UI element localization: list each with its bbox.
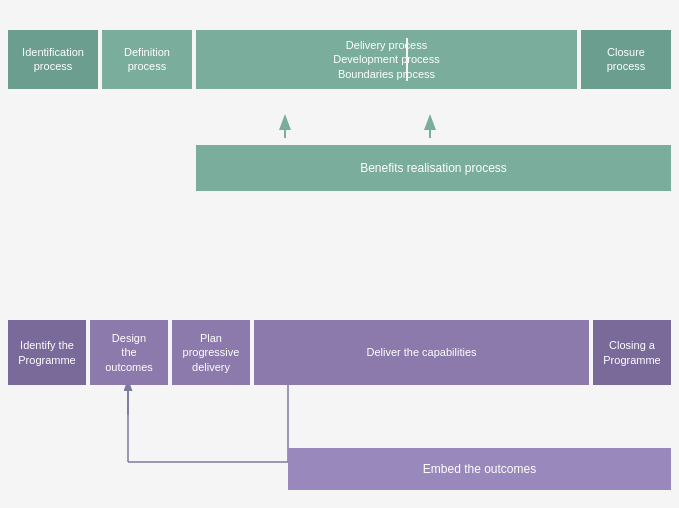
- diagram-container: Identification process Definitionprocess…: [0, 0, 679, 508]
- bottom-row: Identify theProgramme Designtheoutcomes …: [8, 320, 671, 385]
- deliver-label: Deliver the capabilities: [366, 345, 476, 359]
- benefits-label: Benefits realisation process: [360, 161, 507, 175]
- top-row: Identification process Definitionprocess…: [8, 30, 671, 89]
- plan-delivery-box: Planprogressivedelivery: [172, 320, 250, 385]
- benefits-row: Benefits realisation process: [8, 145, 671, 191]
- closing-programme-box: Closing aProgramme: [593, 320, 671, 385]
- closing-label: Closing aProgramme: [603, 338, 660, 367]
- identification-process-box: Identification process: [8, 30, 98, 89]
- delivery-label: Delivery processDevelopment processBound…: [333, 38, 439, 81]
- closure-process-box: Closureprocess: [581, 30, 671, 89]
- benefits-box: Benefits realisation process: [196, 145, 671, 191]
- identify-programme-box: Identify theProgramme: [8, 320, 86, 385]
- embed-box: Embed the outcomes: [288, 448, 671, 490]
- plan-label: Planprogressivedelivery: [183, 331, 240, 374]
- design-outcomes-box: Designtheoutcomes: [90, 320, 168, 385]
- closure-label: Closureprocess: [607, 45, 646, 74]
- design-label: Designtheoutcomes: [105, 331, 153, 374]
- delivery-process-box: Delivery processDevelopment processBound…: [196, 30, 577, 89]
- definition-process-box: Definitionprocess: [102, 30, 192, 89]
- embed-row: Embed the outcomes: [288, 448, 671, 490]
- embed-label: Embed the outcomes: [423, 462, 536, 476]
- identify-label: Identify theProgramme: [18, 338, 75, 367]
- definition-label: Definitionprocess: [124, 45, 170, 74]
- identification-label: Identification process: [14, 45, 92, 74]
- deliver-capabilities-box: Deliver the capabilities: [254, 320, 589, 385]
